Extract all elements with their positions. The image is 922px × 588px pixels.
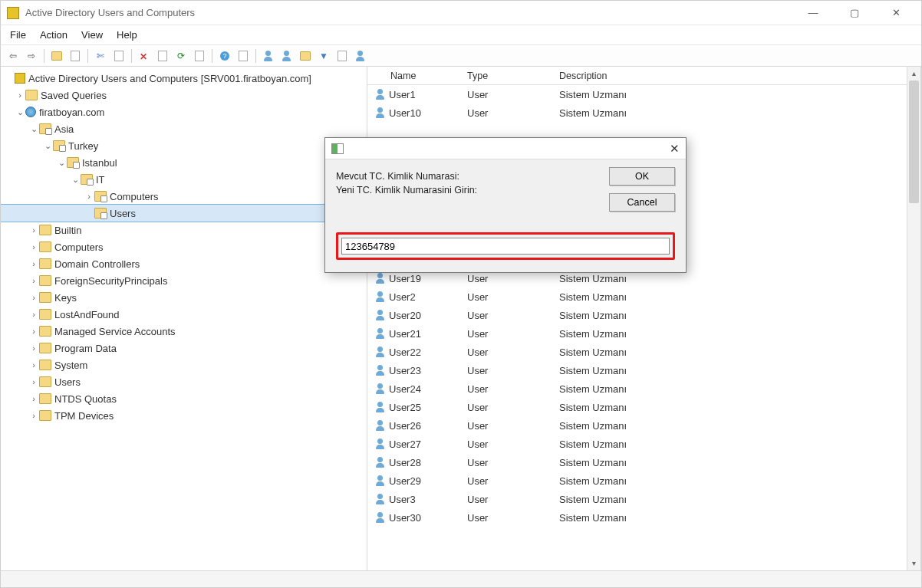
- tree-container[interactable]: ›ForeignSecurityPrincipals: [1, 272, 367, 289]
- scroll-thumb[interactable]: [909, 80, 919, 203]
- tree-root[interactable]: Active Directory Users and Computers [SR…: [1, 70, 367, 87]
- expand-icon[interactable]: ›: [28, 225, 39, 235]
- col-header-desc[interactable]: Description: [559, 71, 920, 81]
- expand-icon[interactable]: ›: [84, 192, 94, 201]
- new-ou-button[interactable]: [298, 48, 313, 64]
- tree-ou-computers[interactable]: › Computers: [1, 188, 367, 205]
- cut-button[interactable]: ✄: [93, 48, 108, 64]
- delete-button[interactable]: ✕: [137, 48, 152, 64]
- minimize-button[interactable]: —: [802, 7, 825, 18]
- dialog-close-button[interactable]: ✕: [670, 142, 680, 156]
- col-header-type[interactable]: Type: [467, 71, 559, 81]
- expand-icon[interactable]: ›: [28, 327, 39, 336]
- tree-container[interactable]: ›System: [1, 356, 367, 373]
- menu-bar: File Action View Help: [1, 25, 921, 45]
- properties-button[interactable]: [155, 48, 170, 64]
- vertical-scrollbar[interactable]: ▴ ▾: [907, 67, 920, 570]
- copy-button[interactable]: [111, 48, 127, 64]
- new-user-button[interactable]: [261, 48, 276, 64]
- list-row[interactable]: User20UserSistem Uzmanı: [367, 306, 920, 324]
- collapse-icon[interactable]: ⌄: [28, 124, 39, 134]
- expand-icon[interactable]: ›: [28, 394, 39, 403]
- menu-view[interactable]: View: [81, 29, 103, 41]
- row-name: User19: [389, 273, 421, 284]
- tree-label: Domain Controllers: [54, 258, 140, 270]
- add-to-group-button[interactable]: [353, 48, 368, 64]
- ok-button[interactable]: OK: [609, 167, 675, 186]
- tree-ou-asia[interactable]: ⌄ Asia: [1, 120, 367, 137]
- refresh-button[interactable]: ⟳: [173, 48, 189, 64]
- tree-container[interactable]: ›Keys: [1, 289, 367, 306]
- list-row[interactable]: User21UserSistem Uzmanı: [367, 324, 920, 343]
- list-row[interactable]: User28UserSistem Uzmanı: [367, 453, 920, 471]
- maximize-button[interactable]: ▢: [843, 7, 866, 18]
- tree-ou-istanbul[interactable]: ⌄ Istanbul: [1, 154, 367, 171]
- list-row[interactable]: User25UserSistem Uzmanı: [367, 398, 920, 416]
- new-group-button[interactable]: [279, 48, 295, 64]
- tree-container[interactable]: ›Program Data: [1, 340, 367, 356]
- export-button[interactable]: [192, 48, 207, 64]
- help-button[interactable]: ?: [217, 48, 232, 64]
- tree-container[interactable]: ›TPM Devices: [1, 407, 367, 424]
- search-button[interactable]: [334, 48, 350, 64]
- tree-container[interactable]: ›Domain Controllers: [1, 255, 367, 272]
- expand-icon[interactable]: ›: [28, 310, 39, 319]
- list-row[interactable]: User24UserSistem Uzmanı: [367, 379, 920, 398]
- tree-saved-queries[interactable]: › Saved Queries: [1, 87, 367, 103]
- tc-kimlik-input[interactable]: [341, 238, 670, 255]
- up-button[interactable]: [49, 48, 64, 64]
- cancel-button[interactable]: Cancel: [609, 193, 675, 212]
- collapse-icon[interactable]: ⌄: [70, 175, 81, 185]
- tree-ou-users[interactable]: Users: [1, 205, 367, 222]
- expand-icon[interactable]: ›: [28, 377, 39, 386]
- tree-container[interactable]: ›Computers: [1, 238, 367, 255]
- show-hide-tree-button[interactable]: [68, 48, 83, 64]
- menu-file[interactable]: File: [10, 29, 26, 41]
- list-row[interactable]: User1UserSistem Uzmanı: [367, 85, 920, 103]
- list-row[interactable]: User26UserSistem Uzmanı: [367, 416, 920, 435]
- expand-icon[interactable]: ›: [28, 259, 39, 268]
- tree-container[interactable]: ›Managed Service Accounts: [1, 323, 367, 340]
- tree-ou-turkey[interactable]: ⌄ Turkey: [1, 137, 367, 154]
- dialog-titlebar[interactable]: ✕: [325, 138, 686, 159]
- list-row[interactable]: User27UserSistem Uzmanı: [367, 435, 920, 453]
- collapse-icon[interactable]: ⌄: [56, 158, 67, 168]
- expand-icon[interactable]: ›: [28, 242, 39, 251]
- expand-icon[interactable]: ›: [28, 343, 39, 353]
- ou-icon: [81, 174, 93, 185]
- user-icon: [375, 383, 386, 394]
- tree-container[interactable]: ›NTDS Quotas: [1, 390, 367, 407]
- filter-button[interactable]: ▼: [316, 48, 331, 64]
- list-row[interactable]: User2UserSistem Uzmanı: [367, 287, 920, 306]
- find-button[interactable]: [235, 48, 251, 64]
- list-row[interactable]: User23UserSistem Uzmanı: [367, 361, 920, 379]
- tree-pane[interactable]: Active Directory Users and Computers [SR…: [1, 67, 367, 570]
- list-row[interactable]: User29UserSistem Uzmanı: [367, 471, 920, 490]
- expand-icon[interactable]: ›: [28, 411, 39, 420]
- menu-help[interactable]: Help: [117, 29, 137, 41]
- list-row[interactable]: User30UserSistem Uzmanı: [367, 508, 920, 527]
- tree-container[interactable]: ›LostAndFound: [1, 306, 367, 323]
- expand-icon[interactable]: ›: [15, 90, 25, 100]
- row-name: User26: [389, 420, 421, 432]
- tree-container[interactable]: ›Builtin: [1, 222, 367, 238]
- tree-ou-it[interactable]: ⌄ IT: [1, 171, 367, 188]
- user-icon: [375, 439, 386, 449]
- collapse-icon[interactable]: ⌄: [42, 141, 53, 151]
- list-row[interactable]: User3UserSistem Uzmanı: [367, 490, 920, 508]
- expand-icon[interactable]: ›: [28, 293, 39, 302]
- tree-container[interactable]: ›Users: [1, 373, 367, 390]
- back-button[interactable]: ⇦: [5, 48, 21, 64]
- collapse-icon[interactable]: ⌄: [15, 107, 25, 117]
- scroll-down-icon[interactable]: ▾: [907, 557, 920, 570]
- tree-domain[interactable]: ⌄ firatboyan.com: [1, 103, 367, 120]
- close-button[interactable]: ✕: [884, 7, 907, 18]
- expand-icon[interactable]: ›: [28, 360, 39, 370]
- list-row[interactable]: User10UserSistem Uzmanı: [367, 103, 920, 122]
- menu-action[interactable]: Action: [40, 29, 68, 41]
- col-header-name[interactable]: Name: [367, 71, 467, 81]
- list-row[interactable]: User22UserSistem Uzmanı: [367, 343, 920, 361]
- forward-button[interactable]: ⇨: [24, 48, 39, 64]
- scroll-up-icon[interactable]: ▴: [907, 67, 920, 80]
- expand-icon[interactable]: ›: [28, 276, 39, 285]
